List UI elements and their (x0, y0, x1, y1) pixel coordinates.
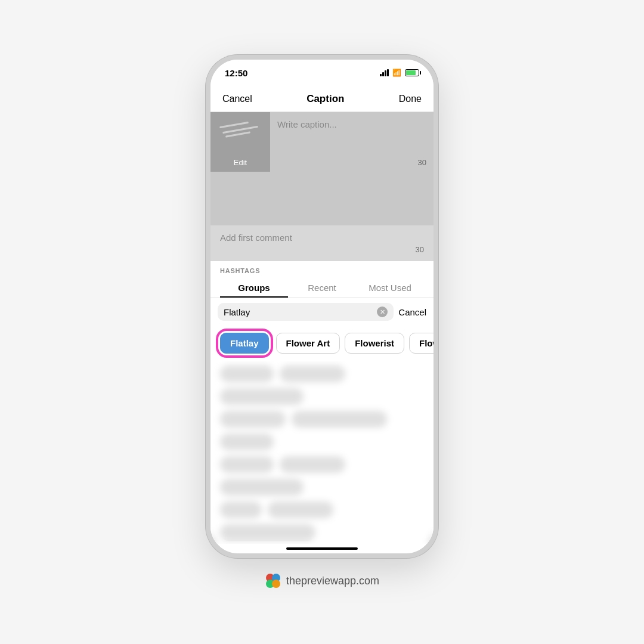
hashtag-pill (280, 456, 345, 473)
hashtag-pill (220, 388, 304, 405)
hashtag-row-1 (220, 366, 424, 405)
nav-bar: Cancel Caption Done (210, 86, 434, 112)
phone-wrapper: 12:50 📶 Cancel Caption Done (206, 55, 438, 589)
signal-icon (380, 69, 389, 76)
caption-area: Edit Write caption... 30 (210, 112, 434, 172)
hashtag-row-4 (220, 501, 424, 541)
caption-placeholder: Write caption... (277, 119, 426, 129)
hashtag-row-2 (220, 411, 424, 450)
comment-count: 30 (220, 245, 424, 254)
svg-point-3 (272, 580, 280, 588)
tab-groups[interactable]: Groups (220, 278, 288, 298)
wifi-icon: 📶 (392, 69, 401, 77)
chip-highlight-wrapper: Flatlay (218, 330, 271, 356)
battery-icon (405, 69, 419, 76)
phone-frame: 12:50 📶 Cancel Caption Done (206, 55, 438, 558)
hashtag-pill (220, 434, 274, 450)
hashtag-pill (280, 366, 345, 382)
hashtag-list (210, 361, 434, 544)
hashtag-row-3 (220, 456, 424, 496)
hashtag-pill (220, 411, 286, 428)
battery-fill (406, 70, 416, 75)
search-cancel-button[interactable]: Cancel (398, 307, 426, 317)
hashtag-pill (292, 411, 387, 428)
hashtag-rows (210, 361, 434, 544)
scroll-indicator (286, 547, 358, 550)
hashtag-pill (268, 501, 333, 518)
caption-spacer (210, 172, 434, 225)
cancel-button[interactable]: Cancel (222, 94, 252, 104)
comment-area[interactable]: Add first comment 30 (210, 225, 434, 261)
search-input-container[interactable]: Flatlay ✕ (218, 303, 394, 321)
hashtag-tabs: Groups Recent Most Used (210, 278, 434, 298)
hashtag-pill (220, 366, 274, 382)
caption-count: 30 (277, 158, 426, 167)
footer-website: thepreviewapp.com (286, 575, 379, 587)
search-clear-button[interactable]: ✕ (377, 306, 388, 317)
search-bar-row: Flatlay ✕ Cancel (210, 298, 434, 326)
tab-recent[interactable]: Recent (288, 278, 356, 298)
photo-thumbnail[interactable]: Edit (210, 112, 270, 172)
hashtag-pill (220, 479, 304, 496)
hashtags-label: HASHTAGS (210, 261, 434, 278)
chip-flowerist[interactable]: Flowerist (345, 333, 404, 354)
status-icons: 📶 (380, 69, 419, 77)
chips-row: Flatlay Flower Art Flowerist Flowers Sti… (210, 326, 434, 361)
hashtag-pill (220, 501, 262, 518)
footer-logo: thepreviewapp.com (265, 572, 379, 589)
hashtag-pill (220, 524, 315, 541)
photo-lines (219, 124, 261, 138)
chip-flower-art[interactable]: Flower Art (276, 333, 340, 354)
chip-flowers[interactable]: Flowers (409, 333, 434, 354)
status-bar: 12:50 📶 (210, 60, 434, 86)
edit-label[interactable]: Edit (234, 158, 247, 167)
preview-app-icon (265, 572, 281, 589)
search-value: Flatlay (224, 307, 373, 317)
hashtag-pill (220, 456, 274, 473)
page-title: Caption (306, 93, 344, 105)
comment-placeholder: Add first comment (220, 233, 424, 243)
done-button[interactable]: Done (399, 94, 422, 104)
hashtags-section: HASHTAGS Groups Recent Most Used (210, 261, 434, 298)
tab-most-used[interactable]: Most Used (356, 278, 424, 298)
status-time: 12:50 (225, 68, 247, 78)
caption-text-area[interactable]: Write caption... 30 (270, 112, 434, 172)
chip-highlight-ring (216, 329, 273, 358)
